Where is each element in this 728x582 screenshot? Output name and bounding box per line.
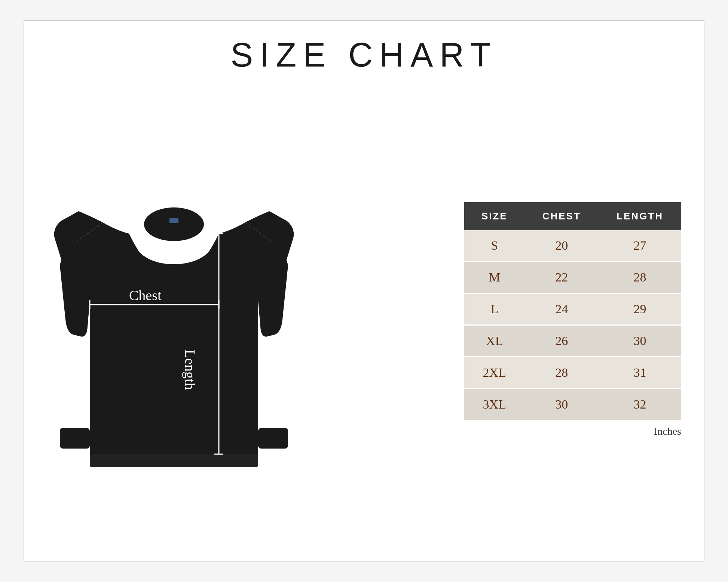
page-title: SIZE CHART [230,36,497,74]
cell-size: XL [464,325,525,357]
sweatshirt-svg: Chest Length [54,159,294,480]
units-label: Inches [464,425,681,437]
table-row: S2027 [464,230,681,262]
cell-chest: 28 [525,357,599,388]
svg-rect-4 [169,218,178,223]
cell-chest: 22 [525,261,599,293]
svg-text:Chest: Chest [129,287,162,303]
cell-size: L [464,293,525,325]
table-row: XL2630 [464,325,681,357]
table-header-row: SIZE CHEST LENGTH [464,202,681,230]
table-row: 2XL2831 [464,357,681,388]
cell-size: 3XL [464,388,525,420]
header-length: LENGTH [599,202,681,230]
cell-length: 28 [599,261,681,293]
size-table: SIZE CHEST LENGTH S2027M2228L2429XL26302… [464,202,681,421]
svg-text:Length: Length [182,349,198,390]
content-area: Chest Length SIZE CHEST [47,93,681,546]
cell-length: 32 [599,388,681,420]
cell-size: M [464,261,525,293]
table-row: L2429 [464,293,681,325]
header-chest: CHEST [525,202,599,230]
cell-size: 2XL [464,357,525,388]
cell-chest: 24 [525,293,599,325]
sweatshirt-diagram: Chest Length [47,151,301,488]
svg-rect-3 [90,454,258,467]
svg-point-0 [144,207,204,241]
svg-rect-2 [258,428,288,449]
cell-chest: 26 [525,325,599,357]
cell-length: 29 [599,293,681,325]
cell-length: 31 [599,357,681,388]
cell-chest: 20 [525,230,599,262]
header-size: SIZE [464,202,525,230]
card: SIZE CHART [24,20,704,562]
cell-size: S [464,230,525,262]
table-row: 3XL3032 [464,388,681,420]
page-container: SIZE CHART [0,0,728,582]
cell-chest: 30 [525,388,599,420]
table-row: M2228 [464,261,681,293]
size-table-container: SIZE CHEST LENGTH S2027M2228L2429XL26302… [331,202,681,437]
svg-rect-1 [60,428,90,449]
cell-length: 30 [599,325,681,357]
cell-length: 27 [599,230,681,262]
